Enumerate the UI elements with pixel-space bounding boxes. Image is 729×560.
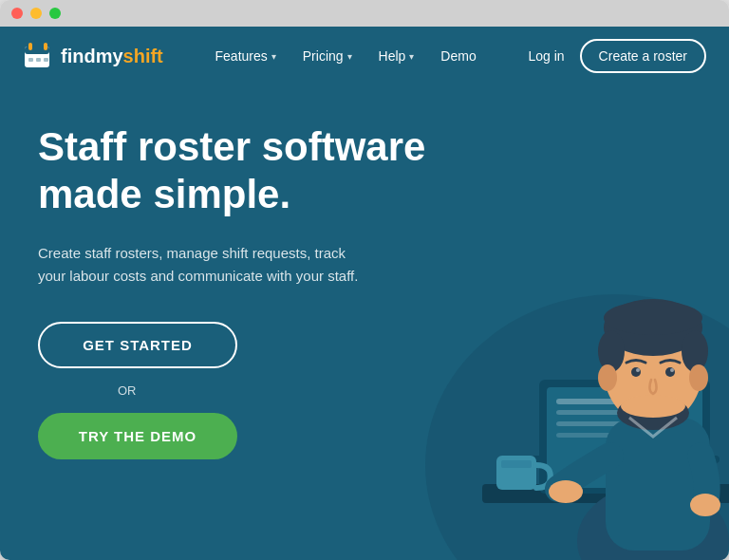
chevron-down-icon: ▾ xyxy=(347,51,352,62)
chevron-down-icon: ▾ xyxy=(271,51,276,62)
nav-actions: Log in Create a roster xyxy=(528,39,706,73)
svg-point-33 xyxy=(549,480,583,503)
logo-icon xyxy=(23,43,53,69)
titlebar xyxy=(0,0,729,27)
hero-subtitle: Create staff rosters, manage shift reque… xyxy=(38,242,361,288)
svg-rect-6 xyxy=(44,58,48,62)
logo-text: findmyshift xyxy=(61,46,163,67)
close-dot[interactable] xyxy=(11,8,23,19)
nav-features[interactable]: Features ▾ xyxy=(215,48,276,64)
svg-rect-3 xyxy=(44,43,47,50)
nav-pricing[interactable]: Pricing ▾ xyxy=(303,48,352,64)
svg-rect-4 xyxy=(28,58,33,62)
login-link[interactable]: Log in xyxy=(528,48,564,64)
maximize-dot[interactable] xyxy=(49,8,61,19)
navbar: findmyshift Features ▾ Pricing ▾ Help ▾ … xyxy=(0,27,729,85)
browser-window: findmyshift Features ▾ Pricing ▾ Help ▾ … xyxy=(0,0,729,560)
minimize-dot[interactable] xyxy=(30,8,42,19)
get-started-button[interactable]: GET STARTED xyxy=(38,322,237,368)
svg-rect-2 xyxy=(28,43,32,50)
svg-rect-5 xyxy=(36,58,41,62)
hero-section: Staff roster software made simple. Creat… xyxy=(0,85,729,459)
svg-rect-17 xyxy=(501,460,532,468)
logo[interactable]: findmyshift xyxy=(23,43,163,69)
main-content: findmyshift Features ▾ Pricing ▾ Help ▾ … xyxy=(0,27,729,560)
nav-demo[interactable]: Demo xyxy=(440,48,476,64)
nav-help[interactable]: Help ▾ xyxy=(379,48,415,64)
chevron-down-icon: ▾ xyxy=(409,51,414,62)
create-roster-button[interactable]: Create a roster xyxy=(580,39,706,73)
hero-title: Staff roster software made simple. xyxy=(38,123,437,219)
nav-links: Features ▾ Pricing ▾ Help ▾ Demo xyxy=(215,48,477,64)
svg-point-34 xyxy=(690,494,720,516)
try-demo-button[interactable]: TRY THE DEMO xyxy=(38,413,237,459)
or-divider: OR xyxy=(118,383,691,398)
